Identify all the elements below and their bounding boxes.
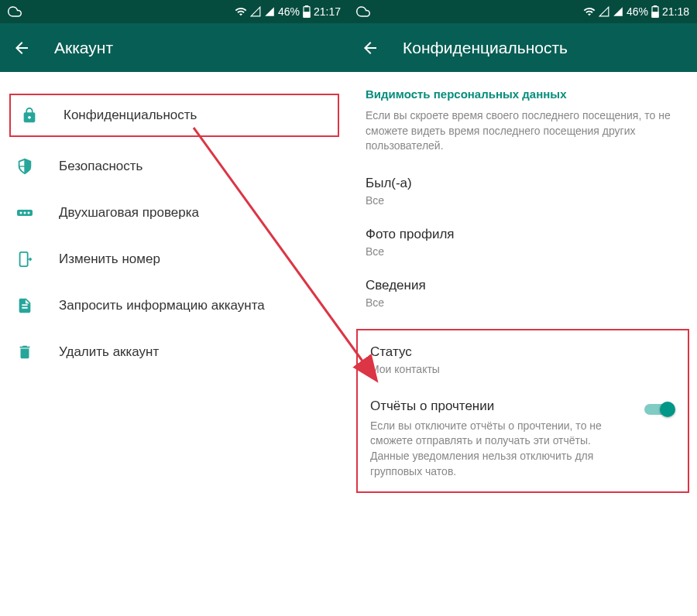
account-screen: 46% 21:17 Аккаунт Конфиденциальность xyxy=(0,0,348,616)
item-value: Все xyxy=(366,296,680,309)
toggle-switch[interactable] xyxy=(644,402,675,417)
signal-icon-2 xyxy=(613,6,623,17)
page-title: Аккаунт xyxy=(54,39,113,57)
status-bar: 46% 21:17 xyxy=(0,0,348,23)
svg-rect-9 xyxy=(654,5,656,7)
section-header: Видимость персональных данных xyxy=(366,87,680,101)
signal-icon xyxy=(250,6,261,17)
time-text: 21:17 xyxy=(314,5,341,18)
header: Аккаунт xyxy=(0,23,348,72)
item-description: Если вы отключите отчёты о прочтении, то… xyxy=(370,419,603,479)
item-title: Сведения xyxy=(366,278,680,293)
menu-item-privacy[interactable]: Конфиденциальность xyxy=(9,94,339,137)
svg-rect-7 xyxy=(20,252,28,266)
svg-point-4 xyxy=(20,212,22,214)
signal-icon-2 xyxy=(264,6,275,17)
item-value: Все xyxy=(366,245,680,258)
svg-rect-1 xyxy=(305,5,307,7)
battery-icon xyxy=(651,5,659,18)
menu-label: Двухшаговая проверка xyxy=(59,205,199,221)
menu-item-two-step[interactable]: Двухшаговая проверка xyxy=(0,190,348,236)
item-value: Все xyxy=(366,194,680,207)
menu-label: Удалить аккаунт xyxy=(59,344,159,360)
back-button[interactable] xyxy=(361,39,379,57)
privacy-item-photo[interactable]: Фото профиля Все xyxy=(366,227,680,258)
document-icon xyxy=(15,296,34,315)
battery-text: 46% xyxy=(278,5,300,18)
menu-item-request-info[interactable]: Запросить информацию аккаунта xyxy=(0,282,348,329)
menu-item-delete-account[interactable]: Удалить аккаунт xyxy=(0,329,348,375)
section-description: Если вы скроете время своего последнего … xyxy=(366,108,680,154)
item-value: Мои контакты xyxy=(370,363,675,375)
privacy-item-status[interactable]: Статус Мои контакты xyxy=(370,344,675,375)
status-bar: 46% 21:18 xyxy=(348,0,697,23)
phone-icon xyxy=(15,250,34,269)
password-icon xyxy=(15,204,34,222)
cloud-icon xyxy=(8,5,22,19)
battery-icon xyxy=(303,5,311,18)
svg-rect-10 xyxy=(652,12,658,17)
svg-point-6 xyxy=(28,212,30,214)
svg-point-5 xyxy=(24,212,26,214)
back-button[interactable] xyxy=(12,39,31,57)
header: Конфиденциальность xyxy=(348,23,697,72)
privacy-item-last-seen[interactable]: Был(-а) Все xyxy=(366,176,680,207)
time-text: 21:18 xyxy=(662,5,689,18)
item-title: Фото профиля xyxy=(366,227,680,242)
item-title: Статус xyxy=(370,344,675,360)
cloud-icon xyxy=(356,5,370,19)
item-title: Был(-а) xyxy=(366,176,680,191)
menu-item-change-number[interactable]: Изменить номер xyxy=(0,236,348,282)
shield-icon xyxy=(15,157,34,176)
highlight-box: Статус Мои контакты Отчёты о прочтении Е… xyxy=(356,329,689,493)
menu-label: Запросить информацию аккаунта xyxy=(59,298,265,313)
svg-rect-2 xyxy=(304,12,310,17)
privacy-item-read-receipts[interactable]: Отчёты о прочтении Если вы отключите отч… xyxy=(370,399,675,479)
item-title: Отчёты о прочтении xyxy=(370,399,644,414)
trash-icon xyxy=(15,343,34,361)
privacy-item-about[interactable]: Сведения Все xyxy=(366,278,680,309)
battery-text: 46% xyxy=(627,5,648,18)
menu-item-security[interactable]: Безопасность xyxy=(0,143,348,190)
page-title: Конфиденциальность xyxy=(403,39,568,57)
privacy-screen: 46% 21:18 Конфиденциальность Видимость п… xyxy=(348,0,697,616)
menu-label: Конфиденциальность xyxy=(64,108,197,123)
lock-icon xyxy=(20,106,39,125)
menu-label: Безопасность xyxy=(59,159,142,174)
wifi-icon xyxy=(235,5,247,18)
menu-label: Изменить номер xyxy=(59,252,160,267)
signal-icon xyxy=(599,6,609,17)
wifi-icon xyxy=(583,5,596,18)
